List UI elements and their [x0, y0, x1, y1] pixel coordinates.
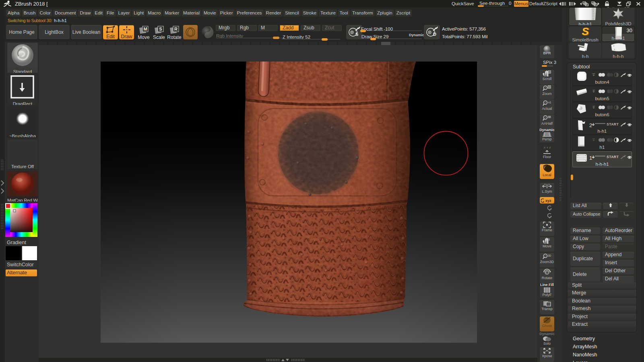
svg-text:START: START — [607, 122, 619, 126]
svg-text:z: z — [549, 216, 551, 219]
svg-text:D: D — [433, 32, 436, 37]
svg-text:M: M — [143, 27, 147, 31]
svg-text:y: y — [549, 208, 551, 211]
svg-text:S: S — [582, 27, 588, 36]
svg-text:B: B — [546, 271, 548, 274]
svg-text:S: S — [355, 32, 358, 37]
svg-text:x1: x1 — [548, 101, 551, 104]
svg-text:S: S — [159, 27, 162, 31]
svg-text:xyz: xyz — [545, 199, 551, 203]
svg-text:3: 3 — [548, 238, 550, 241]
svg-text:START: START — [607, 155, 619, 159]
svg-text:3D: 3D — [548, 254, 551, 257]
svg-text:R: R — [174, 27, 178, 31]
